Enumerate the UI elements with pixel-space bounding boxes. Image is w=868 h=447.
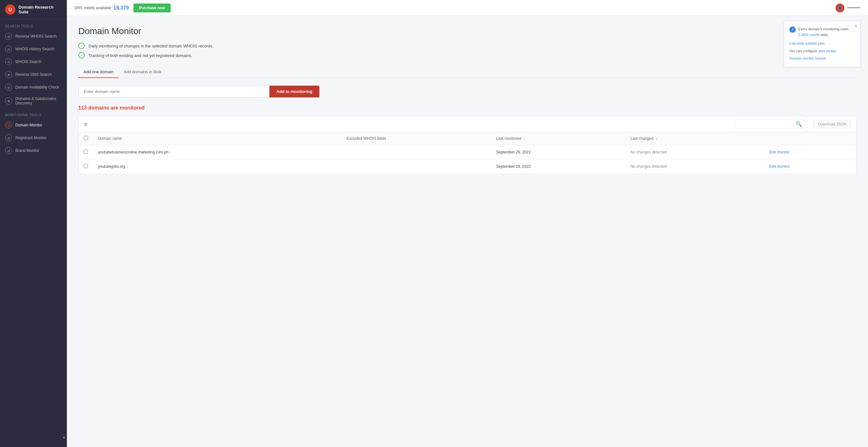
col-excluded-fields: Excluded WHOIS fields bbox=[341, 132, 491, 145]
add-to-monitoring-button[interactable]: Add to monitoring bbox=[269, 86, 319, 97]
search-tools-label: Search tools bbox=[0, 20, 67, 30]
sidebar-item-brand-monitor[interactable]: ◎ Brand Monitor bbox=[0, 144, 67, 157]
domain-availability-icon: ◎ bbox=[5, 84, 12, 91]
sidebar-item-domain-monitor[interactable]: ⊙ Domain Monitor bbox=[0, 119, 67, 131]
search-icon: 🔍 bbox=[796, 121, 802, 127]
page-title: Domain Monitor bbox=[78, 26, 857, 36]
alert-emails-link[interactable]: alert emails. bbox=[818, 49, 837, 53]
domain-monitor-icon: ⊙ bbox=[5, 122, 12, 129]
sidebar-item-label: Domain Availability Check bbox=[15, 85, 59, 90]
feature-row-1: ✓ Daily monitoring of changes in the sel… bbox=[78, 43, 857, 49]
col-last-changed[interactable]: Last changed ↓ bbox=[625, 132, 764, 145]
credits-label: DRS credits available: bbox=[74, 6, 112, 10]
sidebar-item-reverse-dns[interactable]: ⊕ Reverse DNS Search bbox=[0, 68, 67, 81]
trash-icon[interactable]: 🗑 bbox=[84, 122, 88, 127]
tabs-row: Add one domain Add domains in Bulk bbox=[78, 66, 857, 78]
tutorial-row: Domain monitor tutorial bbox=[789, 56, 855, 61]
domains-count-number: 113 bbox=[78, 105, 87, 110]
edit-monitor-link-1[interactable]: Edit monitor bbox=[769, 164, 790, 169]
sidebar-item-domains-subdomains[interactable]: ⊕ Domains & Subdomains Discovery bbox=[0, 94, 67, 108]
info-text: Every domain's monitoring costs 5 DRS cr… bbox=[798, 26, 848, 38]
domains-subdomains-icon: ⊕ bbox=[5, 97, 12, 104]
input-row: Add to monitoring bbox=[78, 86, 857, 97]
user-avatar: 👤 bbox=[836, 3, 844, 12]
registrant-monitor-icon: ◎ bbox=[5, 134, 12, 141]
calculate-plan-link[interactable]: Calculate suitable plan bbox=[789, 41, 825, 45]
topbar: DRS credits available: 18,379 Purchase n… bbox=[67, 0, 868, 16]
tab-add-one-domain[interactable]: Add one domain bbox=[78, 66, 119, 78]
check-icon-2: ✓ bbox=[78, 52, 85, 59]
sidebar-item-label: Registrant Monitor bbox=[15, 136, 46, 140]
reverse-dns-icon: ⊕ bbox=[5, 71, 12, 78]
row-domain-0: youtubebusinessonline marketing.com.ph › bbox=[93, 145, 341, 160]
sidebar-item-label: WHOIS History Search bbox=[15, 47, 55, 51]
row-excluded-fields-1 bbox=[341, 160, 491, 174]
info-panel-header: i Every domain's monitoring costs 5 DRS … bbox=[789, 26, 855, 38]
row-excluded-fields-0 bbox=[341, 145, 491, 160]
whois-history-icon: ◎ bbox=[5, 45, 12, 53]
table-search-box: 🔍 bbox=[736, 119, 805, 129]
app-title: Domain Research Suite bbox=[19, 5, 62, 14]
app-logo: U bbox=[5, 4, 15, 14]
reverse-whois-icon: ◎ bbox=[5, 33, 12, 40]
table-search-input[interactable] bbox=[738, 122, 796, 126]
whois-search-icon: ⊙ bbox=[5, 58, 12, 65]
row-checkbox-0[interactable] bbox=[84, 150, 88, 154]
col-domain-name: Domain name bbox=[93, 132, 341, 145]
sidebar-item-label: Reverse DNS Search bbox=[15, 72, 52, 77]
domain-link-arrow-1[interactable]: › bbox=[126, 165, 127, 168]
row-domain-1: youtubejobs.org › bbox=[93, 160, 341, 174]
last-monitored-sort-arrow: ↓ bbox=[524, 137, 525, 140]
sidebar: U Domain Research Suite Search tools ◎ R… bbox=[0, 0, 67, 447]
row-last-monitored-0: September 29, 2022 bbox=[491, 145, 625, 160]
check-icon-1: ✓ bbox=[78, 43, 85, 49]
last-changed-sort-arrow: ↓ bbox=[656, 137, 657, 140]
row-last-monitored-1: September 29, 2022 bbox=[491, 160, 625, 174]
edit-monitor-link-0[interactable]: Edit monitor bbox=[769, 150, 790, 154]
main-area: DRS credits available: 18,379 Purchase n… bbox=[67, 0, 868, 447]
domain-link-arrow-0[interactable]: › bbox=[170, 151, 171, 154]
calculate-plan-row: Calculate suitable plan bbox=[789, 41, 855, 46]
feature-text-2: Tracking of both existing and not yet re… bbox=[89, 53, 192, 58]
feature-text-1: Daily monitoring of changes in the selec… bbox=[89, 43, 213, 49]
domain-name-input[interactable] bbox=[78, 86, 269, 97]
row-last-changed-1: No changes detected bbox=[625, 160, 764, 174]
credits-highlight-link[interactable]: 5 DRS credits bbox=[798, 33, 820, 37]
info-panel: ▲ i Every domain's monitoring costs 5 DR… bbox=[784, 21, 860, 67]
table-row: youtubejobs.org › September 29, 2022 No … bbox=[79, 160, 857, 174]
sidebar-item-label: Domains & Subdomains Discovery bbox=[15, 96, 62, 105]
row-last-changed-0: No changes detected bbox=[625, 145, 764, 160]
sidebar-header: U Domain Research Suite bbox=[0, 0, 67, 20]
domains-table: Domain name Excluded WHOIS fields Last m… bbox=[78, 132, 857, 174]
username-text: •••••••••• bbox=[847, 6, 860, 10]
info-icon: i bbox=[789, 26, 796, 33]
monitoring-tools-label: Monitoring tools bbox=[0, 108, 67, 119]
info-panel-collapse-button[interactable]: ▲ bbox=[854, 23, 858, 28]
download-json-button[interactable]: Download JSON bbox=[813, 120, 851, 128]
table-toolbar: 🗑 🔍 Download JSON bbox=[78, 116, 857, 132]
sidebar-item-label: Reverse WHOIS Search bbox=[15, 34, 57, 38]
sidebar-item-label: WHOIS Search bbox=[15, 60, 41, 64]
sidebar-item-whois-search[interactable]: ⊙ WHOIS Search bbox=[0, 55, 67, 68]
sidebar-item-label: Brand Monitor bbox=[15, 148, 39, 153]
col-last-monitored[interactable]: Last monitored ↓ bbox=[491, 132, 625, 145]
table-row: youtubebusinessonline marketing.com.ph ›… bbox=[79, 145, 857, 160]
feature-row-2: ✓ Tracking of both existing and not yet … bbox=[78, 52, 857, 59]
sidebar-item-registrant-monitor[interactable]: ◎ Registrant Monitor bbox=[0, 131, 67, 144]
tab-add-bulk[interactable]: Add domains in Bulk bbox=[119, 66, 167, 78]
credits-value: 18,379 bbox=[113, 5, 129, 11]
sidebar-item-reverse-whois[interactable]: ◎ Reverse WHOIS Search bbox=[0, 30, 67, 43]
col-actions bbox=[764, 132, 856, 145]
content-area: ▲ i Every domain's monitoring costs 5 DR… bbox=[67, 16, 868, 447]
sidebar-item-domain-availability[interactable]: ◎ Domain Availability Check bbox=[0, 81, 67, 94]
brand-monitor-icon: ◎ bbox=[5, 147, 12, 154]
sidebar-item-whois-history[interactable]: ◎ WHOIS History Search bbox=[0, 43, 67, 55]
row-checkbox-1[interactable] bbox=[84, 164, 88, 168]
select-all-checkbox[interactable] bbox=[84, 136, 88, 140]
alert-emails-row: You can configure alert emails. bbox=[789, 49, 855, 54]
domains-count-suffix: domains are monitored bbox=[87, 105, 145, 110]
sidebar-item-label: Domain Monitor bbox=[15, 123, 42, 127]
sidebar-collapse-button[interactable]: ◀ bbox=[60, 434, 67, 441]
tutorial-link[interactable]: Domain monitor tutorial bbox=[789, 56, 826, 60]
purchase-now-button[interactable]: Purchase now bbox=[133, 3, 171, 12]
